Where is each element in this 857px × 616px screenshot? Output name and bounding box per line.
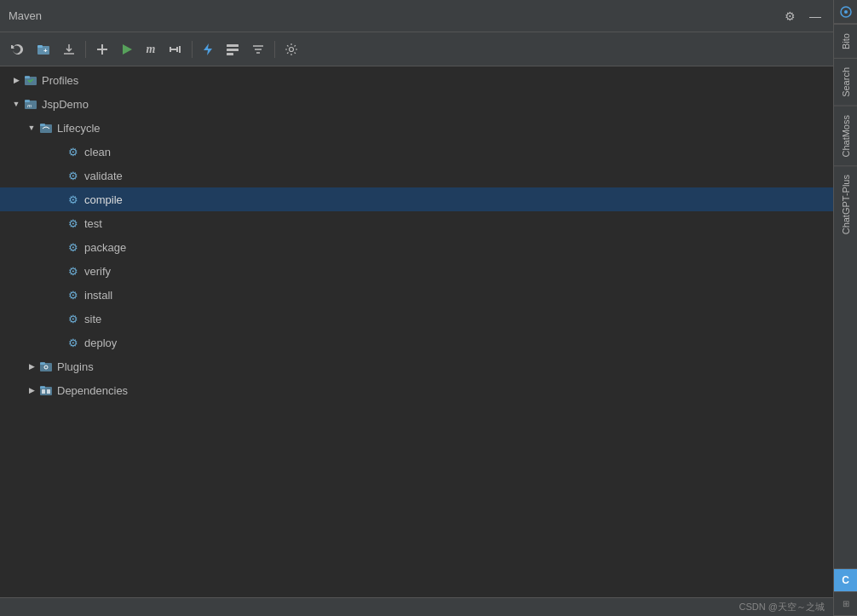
tree-item-package[interactable]: ⚙ package bbox=[0, 235, 833, 259]
tree-container[interactable]: Profiles m JspDemo bbox=[0, 66, 833, 597]
sidebar-icon-top[interactable] bbox=[834, 0, 858, 24]
skip-tests-button[interactable] bbox=[164, 37, 187, 61]
tree-item-jspdemo[interactable]: m JspDemo bbox=[0, 92, 833, 116]
add-button[interactable] bbox=[91, 37, 113, 61]
maven-settings-button[interactable] bbox=[280, 37, 302, 61]
jspdemo-label: JspDemo bbox=[42, 98, 89, 111]
clean-label: clean bbox=[84, 146, 111, 158]
sidebar-tab-chatgpt[interactable]: ChatGPT-Plus bbox=[834, 165, 857, 243]
offline-button[interactable] bbox=[198, 37, 218, 61]
svg-text:m: m bbox=[27, 102, 32, 109]
tree-item-plugins[interactable]: Plugins bbox=[0, 354, 833, 378]
bottom-bar: CSDN @天空～之城 bbox=[0, 597, 833, 616]
sidebar-bottom-icon[interactable]: C bbox=[834, 568, 858, 592]
arrow-plugins[interactable] bbox=[26, 360, 37, 372]
bottom-icon-text: C bbox=[842, 574, 849, 586]
sidebar-tab-search[interactable]: Search bbox=[834, 58, 857, 106]
arrow-verify bbox=[53, 265, 65, 277]
arrow-lifecycle[interactable] bbox=[26, 122, 37, 134]
show-deps-button[interactable] bbox=[221, 37, 244, 61]
arrow-compile bbox=[53, 193, 65, 205]
icon-compile: ⚙ bbox=[66, 193, 80, 206]
arrow-test bbox=[53, 217, 65, 229]
add-maven-button[interactable]: + bbox=[32, 37, 55, 61]
tree-item-deploy[interactable]: ⚙ deploy bbox=[0, 331, 833, 354]
icon-validate: ⚙ bbox=[66, 169, 80, 182]
toolbar: + m bbox=[0, 32, 833, 66]
tree-item-install[interactable]: ⚙ install bbox=[0, 283, 833, 307]
svg-rect-10 bbox=[227, 49, 239, 51]
settings-button[interactable]: ⚙ bbox=[781, 8, 799, 25]
main-panel: Maven ⚙ — + bbox=[0, 0, 833, 616]
tree-item-validate[interactable]: ⚙ validate bbox=[0, 164, 833, 187]
minimize-button[interactable]: — bbox=[806, 8, 825, 25]
icon-package: ⚙ bbox=[66, 240, 80, 254]
icon-site: ⚙ bbox=[66, 312, 80, 325]
svg-rect-11 bbox=[227, 53, 233, 55]
filter-button[interactable] bbox=[247, 37, 269, 61]
arrow-validate bbox=[53, 170, 65, 181]
sidebar-tab-chatmoss[interactable]: ChatMoss bbox=[834, 106, 857, 166]
title-bar: Maven ⚙ — bbox=[0, 0, 833, 32]
lifecycle-label: Lifecycle bbox=[57, 122, 101, 135]
svg-marker-8 bbox=[204, 43, 212, 55]
svg-rect-22 bbox=[40, 124, 45, 126]
arrow-jspdemo[interactable] bbox=[10, 98, 22, 110]
icon-verify: ⚙ bbox=[66, 264, 80, 278]
svg-rect-17 bbox=[25, 76, 30, 78]
arrow-clean bbox=[53, 146, 65, 158]
svg-point-15 bbox=[290, 47, 294, 51]
icon-clean: ⚙ bbox=[66, 145, 80, 158]
separator-1 bbox=[85, 41, 86, 58]
arrow-install bbox=[53, 289, 65, 301]
download-button[interactable] bbox=[58, 37, 80, 61]
icon-plugins bbox=[39, 360, 53, 373]
search-label: Search bbox=[841, 67, 851, 97]
tree-item-dependencies[interactable]: Dependencies bbox=[0, 378, 833, 402]
icon-dependencies bbox=[39, 383, 53, 397]
svg-rect-28 bbox=[42, 389, 45, 394]
deploy-label: deploy bbox=[84, 337, 117, 349]
profiles-label: Profiles bbox=[42, 74, 78, 87]
icon-lifecycle bbox=[39, 121, 53, 135]
svg-point-31 bbox=[844, 10, 848, 14]
right-sidebar: Bito Search ChatMoss ChatGPT-Plus C ⊞ bbox=[833, 0, 857, 616]
tree-item-test[interactable]: ⚙ test bbox=[0, 211, 833, 235]
arrow-profiles[interactable] bbox=[10, 74, 22, 86]
title-actions: ⚙ — bbox=[781, 8, 825, 25]
arrow-dependencies[interactable] bbox=[26, 384, 37, 396]
test-label: test bbox=[84, 217, 102, 230]
sidebar-expand-icon[interactable]: ⊞ bbox=[834, 592, 858, 616]
compile-label: compile bbox=[84, 193, 123, 206]
dependencies-label: Dependencies bbox=[57, 384, 128, 397]
tree-item-site[interactable]: ⚙ site bbox=[0, 307, 833, 331]
svg-text:+: + bbox=[43, 47, 48, 55]
sidebar-tab-bito[interactable]: Bito bbox=[834, 24, 857, 58]
run-button[interactable] bbox=[117, 37, 137, 61]
svg-rect-9 bbox=[227, 44, 239, 47]
verify-label: verify bbox=[84, 265, 111, 278]
svg-rect-27 bbox=[40, 386, 45, 389]
tree-item-profiles[interactable]: Profiles bbox=[0, 68, 833, 92]
refresh-button[interactable] bbox=[7, 37, 29, 61]
maven-button[interactable]: m bbox=[141, 37, 161, 61]
icon-jspdemo: m bbox=[24, 97, 37, 111]
svg-rect-29 bbox=[47, 389, 50, 394]
tree-item-lifecycle[interactable]: Lifecycle bbox=[0, 116, 833, 140]
arrow-site bbox=[53, 313, 65, 325]
validate-label: validate bbox=[84, 170, 123, 182]
tree-item-clean[interactable]: ⚙ clean bbox=[0, 140, 833, 164]
tree-item-compile[interactable]: ⚙ compile bbox=[0, 187, 833, 211]
title-text: Maven bbox=[9, 9, 42, 22]
plugins-label: Plugins bbox=[57, 360, 94, 373]
tree-item-verify[interactable]: ⚙ verify bbox=[0, 259, 833, 283]
arrow-deploy bbox=[53, 337, 65, 348]
icon-profiles bbox=[24, 73, 37, 87]
chatgpt-label: ChatGPT-Plus bbox=[841, 175, 851, 234]
separator-2 bbox=[192, 41, 193, 58]
package-label: package bbox=[84, 241, 126, 254]
icon-deploy: ⚙ bbox=[66, 336, 80, 349]
bottom-text: CSDN @天空～之城 bbox=[739, 601, 825, 613]
svg-rect-24 bbox=[40, 362, 45, 365]
icon-test: ⚙ bbox=[66, 216, 80, 230]
